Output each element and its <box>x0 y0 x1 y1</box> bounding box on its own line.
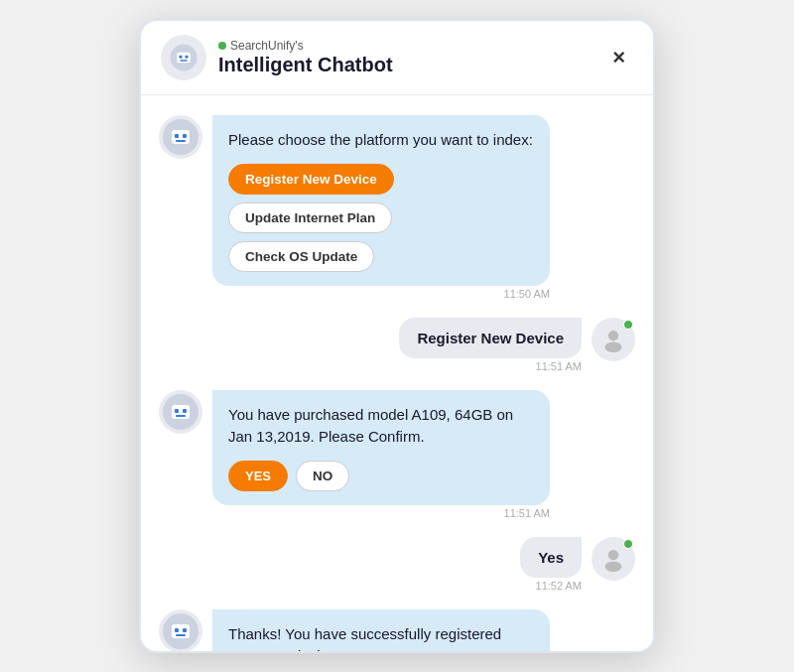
header-bot-avatar <box>161 35 206 80</box>
bot-buttons-2: YES NO <box>228 461 534 491</box>
bot-message-2: You have purchased model A109, 64GB on J… <box>159 390 635 519</box>
user-message-1: Register New Device 11:51 AM <box>159 318 635 372</box>
update-internet-plan-button[interactable]: Update Internet Plan <box>228 202 392 233</box>
user-avatar-icon-1 <box>600 327 626 352</box>
bot-avatar-icon-1 <box>161 117 200 157</box>
check-os-update-button[interactable]: Check OS Update <box>228 241 374 272</box>
user-bubble-2: Yes <box>520 537 582 578</box>
bot-message-3: Thanks! You have successfully registered… <box>159 609 635 652</box>
bot-message-1: Please choose the platform you want to i… <box>159 115 635 300</box>
svg-rect-2 <box>180 56 183 59</box>
svg-rect-4 <box>180 60 188 62</box>
bot-bubble-2: You have purchased model A109, 64GB on J… <box>212 390 550 505</box>
bot-avatar-3 <box>159 609 202 652</box>
header-title: Intelligent Chatbot <box>218 53 393 76</box>
svg-rect-18 <box>175 409 179 413</box>
bot-text-3: Thanks! You have successfully registered… <box>228 623 534 652</box>
bot-bubble-3: Thanks! You have successfully registered… <box>212 609 550 652</box>
bot-message-block-1: Please choose the platform you want to i… <box>212 115 550 300</box>
online-indicator <box>218 42 226 50</box>
bot-message-block-3: Thanks! You have successfully registered… <box>212 609 550 652</box>
svg-rect-9 <box>175 134 179 138</box>
chat-body: Please choose the platform you want to i… <box>141 95 653 651</box>
svg-rect-27 <box>175 628 179 632</box>
user-message-block-2: Yes 11:52 AM <box>520 537 582 592</box>
chat-window: SearchUnify's Intelligent Chatbot × <box>139 19 655 653</box>
bot-avatar-icon-2 <box>161 392 200 432</box>
close-button[interactable]: × <box>604 43 633 72</box>
bot-timestamp-1: 11:50 AM <box>212 288 550 300</box>
bot-bubble-1: Please choose the platform you want to i… <box>212 115 550 286</box>
user-avatar-icon-2 <box>600 546 626 572</box>
svg-rect-19 <box>183 409 187 413</box>
header-title-block: SearchUnify's Intelligent Chatbot <box>218 39 393 76</box>
bot-avatar-2 <box>159 390 202 434</box>
bot-text-1: Please choose the platform you want to i… <box>228 129 534 152</box>
bot-avatar-icon-3 <box>161 611 200 651</box>
svg-rect-20 <box>176 415 186 417</box>
svg-point-6 <box>183 47 186 50</box>
svg-point-31 <box>179 616 183 620</box>
svg-rect-11 <box>176 140 186 142</box>
user-message-block-1: Register New Device 11:51 AM <box>399 318 582 372</box>
header-subtitle-text: SearchUnify's <box>230 39 304 53</box>
user-timestamp-1: 11:51 AM <box>399 360 582 372</box>
robot-icon <box>169 43 198 72</box>
bot-text-2: You have purchased model A109, 64GB on J… <box>228 404 534 449</box>
svg-point-23 <box>608 549 618 559</box>
bot-buttons-1: Register New Device Update Internet Plan… <box>228 164 534 272</box>
user-timestamp-2: 11:52 AM <box>520 580 582 592</box>
bot-message-block-2: You have purchased model A109, 64GB on J… <box>212 390 550 519</box>
svg-point-13 <box>179 122 183 126</box>
user-avatar-1 <box>592 318 635 361</box>
register-new-device-button[interactable]: Register New Device <box>228 164 394 195</box>
svg-point-14 <box>608 330 618 339</box>
svg-point-24 <box>605 561 622 571</box>
user-bubble-1: Register New Device <box>399 318 582 358</box>
svg-point-15 <box>605 341 622 351</box>
svg-rect-10 <box>183 134 187 138</box>
bot-timestamp-2: 11:51 AM <box>212 507 550 519</box>
header-left: SearchUnify's Intelligent Chatbot <box>161 35 393 80</box>
user-online-dot-2 <box>623 539 633 549</box>
bot-avatar-1 <box>159 115 202 159</box>
svg-rect-29 <box>176 634 186 636</box>
user-online-dot-1 <box>623 320 633 330</box>
svg-rect-3 <box>186 56 189 59</box>
user-message-2: Yes 11:52 AM <box>159 537 635 592</box>
header-subtitle: SearchUnify's <box>218 39 393 53</box>
no-button[interactable]: NO <box>296 461 349 491</box>
user-avatar-2 <box>592 537 635 581</box>
svg-rect-28 <box>183 628 187 632</box>
yes-button[interactable]: YES <box>228 461 288 491</box>
chat-header: SearchUnify's Intelligent Chatbot × <box>141 21 653 95</box>
svg-point-22 <box>179 397 183 401</box>
